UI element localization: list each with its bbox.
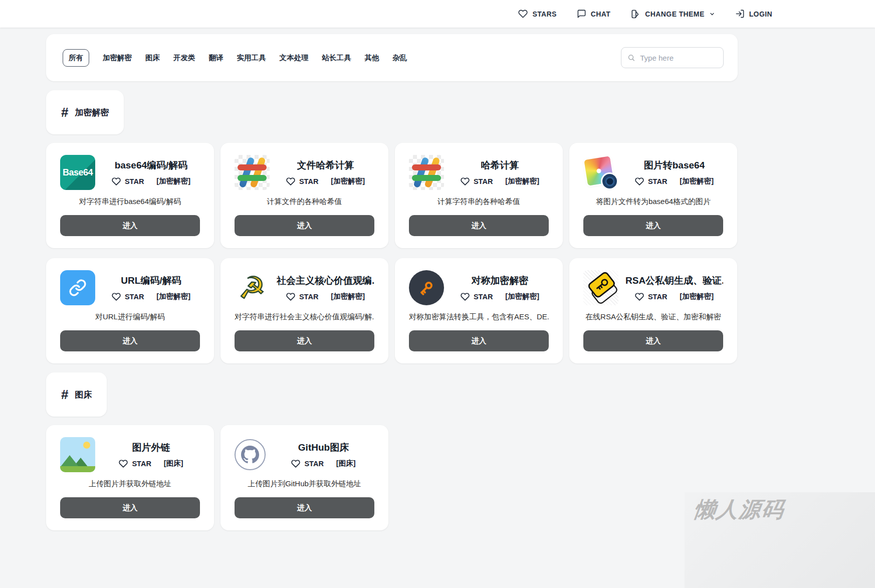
star-label: STAR [125, 177, 144, 185]
star-button[interactable]: STAR [112, 177, 144, 186]
tool-card: 对称加密解密 STAR [加密解密] 对称加密算法转换工具，包含有AES、DE.… [395, 258, 563, 363]
enter-button[interactable]: 进入 [409, 215, 549, 236]
star-button[interactable]: STAR [635, 292, 667, 301]
star-label: STAR [474, 293, 493, 301]
tab-1[interactable]: 加密解密 [103, 53, 132, 63]
tool-description: 对称加密算法转换工具，包含有AES、DE... [409, 312, 549, 322]
tab-8[interactable]: 其他 [365, 53, 379, 63]
login-button[interactable]: LOGIN [735, 9, 772, 19]
hash-symbol: # [61, 387, 68, 403]
tool-category-tag: [加密解密] [680, 292, 714, 301]
enter-button[interactable]: 进入 [583, 215, 723, 236]
base64-icon: Base64 [60, 155, 95, 190]
tab-7[interactable]: 站长工具 [322, 53, 351, 63]
search-icon [627, 53, 635, 62]
card-head: 图片转base64 STAR [加密解密] [625, 159, 723, 186]
card-top: ☭ 社会主义核心价值观编... STAR [加密解密] [235, 270, 374, 305]
star-button[interactable]: STAR [291, 459, 323, 468]
card-meta: STAR [加密解密] [461, 176, 539, 186]
star-button[interactable]: STAR [461, 177, 493, 186]
star-button[interactable]: STAR [635, 177, 667, 186]
chat-button[interactable]: CHAT [577, 9, 610, 19]
enter-button[interactable]: 进入 [235, 215, 374, 236]
search-input[interactable] [639, 53, 717, 63]
main-content: 所有加密解密图床开发类翻译实用工具文本处理站长工具其他杂乱 # 加密解密 Bas… [46, 34, 738, 530]
tool-category-tag: [加密解密] [680, 176, 714, 186]
tab-9[interactable]: 杂乱 [393, 53, 407, 63]
heart-icon [286, 177, 295, 186]
card-meta: STAR [加密解密] [635, 292, 714, 301]
tool-category-tag: [图床] [336, 459, 356, 468]
star-button[interactable]: STAR [286, 177, 318, 186]
stars-button[interactable]: STARS [518, 9, 556, 19]
enter-button[interactable]: 进入 [60, 215, 200, 236]
tool-section: # 加密解密 Base64 base64编码/解码 STAR [加密解密] 对字… [46, 81, 738, 363]
star-button[interactable]: STAR [112, 292, 144, 301]
enter-button[interactable]: 进入 [583, 330, 723, 351]
change-theme-button[interactable]: CHANGE THEME [630, 9, 715, 19]
change-theme-label: CHANGE THEME [645, 10, 704, 18]
card-meta: STAR [加密解密] [461, 292, 539, 301]
card-top: 哈希计算 STAR [加密解密] [409, 155, 549, 190]
tab-3[interactable]: 开发类 [173, 53, 195, 63]
tool-card: Base64 base64编码/解码 STAR [加密解密] 对字符串进行bas… [46, 143, 214, 248]
star-button[interactable]: STAR [119, 459, 151, 468]
hash-bar-green [238, 175, 267, 181]
tool-category-tag: [加密解密] [331, 292, 365, 301]
heart-icon [461, 177, 470, 186]
hash-bar-red [238, 164, 267, 170]
card-head: GitHub图床 STAR [图床] [273, 441, 374, 468]
tab-4[interactable]: 翻译 [209, 53, 224, 63]
star-label: STAR [648, 293, 667, 301]
tool-category-tag: [加密解密] [505, 292, 539, 301]
card-top: 图片转base64 STAR [加密解密] [583, 155, 723, 190]
enter-button[interactable]: 进入 [235, 330, 374, 351]
card-meta: STAR [加密解密] [112, 292, 190, 301]
login-icon [735, 9, 745, 19]
key-glyph [416, 278, 436, 298]
login-label: LOGIN [749, 10, 772, 18]
card-head: 图片外链 STAR [图床] [102, 441, 200, 468]
card-head: 社会主义核心价值观编... STAR [加密解密] [277, 274, 374, 301]
tool-section: # 图床 图片外链 STAR [图床] 上传图片并获取外链地址 进入 [46, 363, 738, 530]
link-icon [60, 270, 95, 305]
tool-title: GitHub图床 [298, 441, 349, 454]
enter-button[interactable]: 进入 [409, 330, 549, 351]
tab-5[interactable]: 实用工具 [237, 53, 266, 63]
grass-strip [60, 466, 95, 472]
tab-0[interactable]: 所有 [63, 49, 89, 67]
tab-2[interactable]: 图床 [145, 53, 160, 63]
search-box[interactable] [621, 47, 724, 68]
star-label: STAR [132, 460, 151, 468]
card-meta: STAR [加密解密] [286, 292, 365, 301]
sun-shape [83, 442, 90, 449]
hammer-sickle-icon: ☭ [235, 270, 270, 305]
tool-description: 上传图片并获取外链地址 [60, 479, 200, 489]
tool-description: 在线RSA公私钥生成、验证、加密和解密 [583, 312, 723, 322]
top-navbar: STARS CHAT CHANGE THEME LOGIN [0, 0, 875, 28]
enter-button[interactable]: 进入 [60, 330, 200, 351]
filter-panel: 所有加密解密图床开发类翻译实用工具文本处理站长工具其他杂乱 [46, 34, 738, 81]
card-head: RSA公私钥生成、验证... STAR [加密解密] [625, 274, 723, 301]
category-tabs: 所有加密解密图床开发类翻译实用工具文本处理站长工具其他杂乱 [63, 49, 407, 67]
tool-category-tag: [图床] [164, 459, 183, 468]
heart-icon [286, 292, 295, 301]
tag-key-icon [583, 270, 618, 305]
star-button[interactable]: STAR [286, 292, 318, 301]
tool-description: 计算文件的各种哈希值 [235, 197, 374, 207]
mountain-front [60, 455, 79, 467]
tool-card: 图片外链 STAR [图床] 上传图片并获取外链地址 进入 [46, 425, 214, 530]
hash-bar-green [412, 175, 441, 181]
tool-title: 图片外链 [132, 441, 170, 454]
enter-button[interactable]: 进入 [235, 497, 374, 518]
enter-button[interactable]: 进入 [60, 497, 200, 518]
heart-icon [119, 459, 128, 468]
tab-6[interactable]: 文本处理 [280, 53, 309, 63]
hash-bar-red [412, 164, 441, 170]
heart-icon [518, 9, 528, 19]
github-icon [235, 439, 266, 470]
hammer-sickle-glyph: ☭ [239, 270, 266, 305]
navbar-actions: STARS CHAT CHANGE THEME LOGIN [518, 9, 772, 19]
star-button[interactable]: STAR [461, 292, 493, 301]
key-icon [409, 270, 444, 305]
